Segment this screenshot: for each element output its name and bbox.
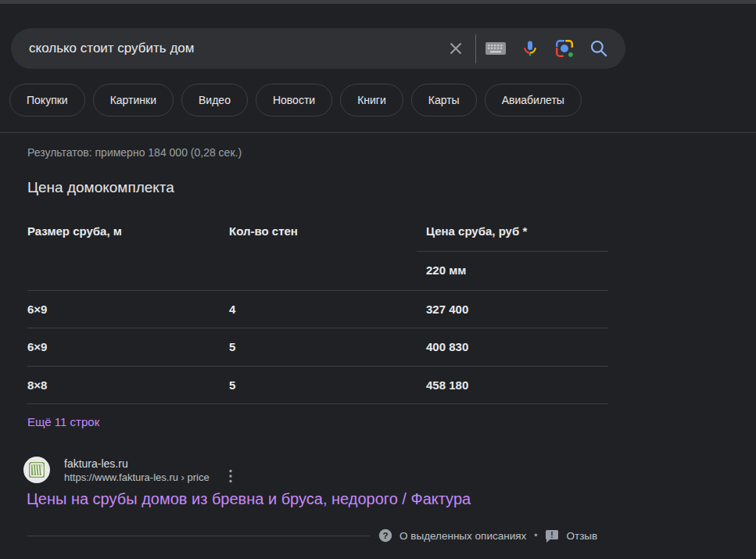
- site-url[interactable]: https://www.faktura-les.ru › price: [64, 471, 210, 483]
- price-table: Размер сруба, м Кол-во стен Цена сруба, …: [27, 224, 608, 406]
- site-name[interactable]: faktura-les.ru: [64, 457, 128, 470]
- search-bar-icons: [439, 31, 616, 66]
- help-icon[interactable]: ?: [378, 529, 392, 543]
- header-divider: [0, 132, 756, 133]
- table-cell: 8×8: [27, 378, 47, 392]
- table-cell: 6×9: [27, 340, 47, 353]
- lens-icon[interactable]: [547, 31, 582, 66]
- table-divider: [27, 366, 608, 367]
- snippet-footer: ? О выделенных описаниях • ! Отзыв: [378, 529, 597, 543]
- about-snippets-link[interactable]: О выделенных описаниях: [399, 530, 526, 542]
- tab-videos[interactable]: Видео: [181, 84, 248, 116]
- keyboard-icon[interactable]: [478, 31, 513, 66]
- table-divider: [27, 403, 608, 404]
- table-divider: [27, 328, 608, 328]
- tab-books[interactable]: Книги: [340, 84, 403, 116]
- clear-icon[interactable]: [439, 31, 473, 66]
- table-cell: 5: [229, 378, 235, 392]
- mic-icon[interactable]: [513, 31, 547, 66]
- more-rows-link[interactable]: Ещё 11 строк: [27, 415, 99, 428]
- site-favicon[interactable]: [23, 457, 50, 483]
- table-subheader: 220 мм: [426, 263, 466, 277]
- search-bar[interactable]: сколько стоит срубить дом: [11, 28, 625, 69]
- window-top-strip: [0, 0, 756, 4]
- svg-text:?: ?: [382, 531, 388, 540]
- table-cell: 327 400: [426, 303, 468, 316]
- table-cell: 400 830: [426, 340, 468, 353]
- tab-maps[interactable]: Карты: [411, 84, 477, 116]
- table-cell: 5: [229, 340, 235, 353]
- table-cell: 4: [229, 303, 235, 316]
- tab-shopping[interactable]: Покупки: [9, 84, 85, 116]
- result-title-link[interactable]: Цены на срубы домов из бревна и бруса, н…: [27, 490, 471, 508]
- search-tabs: Покупки Картинки Видео Новости Книги Кар…: [9, 84, 582, 116]
- table-subheader-divider: [417, 251, 608, 252]
- search-icon[interactable]: [582, 31, 616, 66]
- footer-divider: [27, 536, 370, 536]
- result-options-icon[interactable]: [224, 468, 238, 484]
- search-divider: [475, 34, 476, 63]
- search-input[interactable]: сколько стоит срубить дом: [29, 41, 439, 56]
- tab-news[interactable]: Новости: [256, 84, 332, 116]
- table-header-walls: Кол-во стен: [229, 224, 298, 238]
- snippet-heading: Цена домокомплекта: [27, 179, 174, 196]
- table-cell: 6×9: [27, 303, 47, 316]
- footer-dot: •: [534, 530, 537, 541]
- table-cell: 458 180: [426, 378, 468, 392]
- tab-images[interactable]: Картинки: [93, 84, 174, 116]
- result-stats: Результатов: примерно 184 000 (0,28 сек.…: [27, 146, 242, 159]
- table-header-price: Цена сруба, руб *: [426, 224, 527, 238]
- table-divider: [27, 290, 608, 291]
- feedback-icon[interactable]: !: [545, 529, 559, 543]
- tab-flights[interactable]: Авиабилеты: [485, 84, 582, 116]
- table-header-size: Размер сруба, м: [27, 224, 122, 238]
- svg-text:!: !: [551, 530, 554, 539]
- feedback-link[interactable]: Отзыв: [566, 530, 597, 542]
